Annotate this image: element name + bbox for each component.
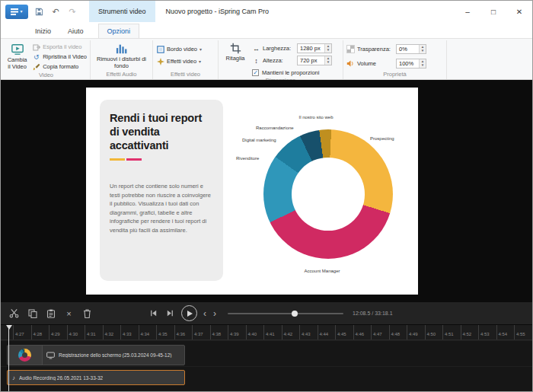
copy-icon [28, 309, 37, 318]
trash-button[interactable] [81, 308, 93, 319]
scissors-icon [9, 308, 19, 318]
copy-button[interactable] [27, 308, 38, 319]
ruler-tick: 4:31 [85, 325, 103, 339]
remove-noise-button[interactable]: Rimuovi i disturbi di fondo [97, 41, 147, 69]
chevron-down-icon: ▾ [199, 59, 201, 64]
playhead[interactable] [8, 325, 9, 391]
step-forward-button[interactable]: › [212, 309, 217, 318]
transparency-spinner[interactable]: ▲▼ [419, 45, 426, 53]
audio-clip-label: Audio Recording 26.05.2021 13-33-32 [19, 375, 103, 381]
height-field: ↕ Altezza: 720 px ▲▼ [252, 56, 332, 65]
slide-text-panel: Rendi i tuoi report di vendita accattiva… [100, 100, 223, 281]
step-back-button[interactable]: ‹ [203, 309, 207, 318]
ribbon-group-dimensione: Ritaglia ↔ Larghezza: 1280 px ▲▼ ↕ Altez… [219, 40, 343, 79]
minimize-button[interactable]: – [455, 1, 480, 22]
video-border-label: Bordo video [167, 46, 197, 53]
close-button[interactable]: ✕ [506, 1, 532, 22]
width-field: ↔ Larghezza: 1280 px ▲▼ [252, 43, 332, 53]
ruler-tick: 4:33 [120, 325, 139, 339]
spin-down-icon[interactable]: ▼ [325, 61, 331, 65]
cut-button[interactable] [8, 308, 20, 319]
chart-label: Account Manager [288, 269, 356, 273]
donut-chart: Il nostro sito web Prospecting Account M… [235, 88, 418, 295]
ruler-tick: 4:35 [156, 325, 174, 339]
copy-format-label: Copia formato [43, 63, 78, 70]
spin-down-icon[interactable]: ▼ [420, 64, 426, 69]
ribbon-group-video: Cambia il Video Esporta il video ↺ Ripri… [2, 40, 91, 79]
save-icon [35, 8, 43, 16]
video-border-icon [156, 45, 164, 53]
restore-video-button[interactable]: ↺ Ripristina il Video [32, 53, 87, 61]
transparency-input[interactable]: 0% ▲▼ [396, 44, 426, 54]
group-label-effetti-audio: Effetti Audio [94, 70, 149, 79]
tab-opzioni[interactable]: Opzioni [98, 24, 140, 38]
spin-down-icon[interactable]: ▼ [420, 49, 426, 54]
screen-recording-icon [46, 352, 55, 359]
undo-button[interactable]: ↶ [49, 5, 62, 18]
chart-label: Il nostro sito web [282, 115, 350, 120]
video-effects-label: Effetti video [167, 58, 196, 65]
ruler-tick: 4:46 [353, 325, 372, 339]
app-menu-button[interactable]: ▾ [5, 5, 28, 19]
change-video-label: Cambia il Video [5, 57, 29, 70]
height-icon: ↕ [252, 56, 260, 65]
spin-down-icon[interactable]: ▼ [325, 49, 331, 53]
play-icon [187, 311, 193, 317]
save-button[interactable] [33, 5, 45, 18]
crop-button[interactable]: Ritaglia [222, 41, 249, 62]
height-input[interactable]: 720 px ▲▼ [297, 56, 332, 65]
restore-video-icon: ↺ [32, 53, 40, 61]
ruler-tick: 4:44 [318, 325, 336, 339]
transparency-field: Trasparenza: 0% ▲▼ [346, 44, 426, 54]
checkbox-checked-icon: ✓ [252, 69, 259, 76]
audio-track-clip[interactable]: ♪ Audio Recording 26.05.2021 13-33-32 [7, 370, 185, 385]
video-canvas[interactable]: Rendi i tuoi report di vendita accattiva… [1, 80, 532, 302]
window-controls: – □ ✕ [455, 1, 532, 22]
contextual-tab-strumenti-video[interactable]: Strumenti video [89, 1, 155, 22]
remove-noise-label: Rimuovi i disturbi di fondo [97, 56, 147, 69]
ruler-tick: 4:53 [478, 325, 496, 339]
transport-controls: ‹ › [148, 305, 217, 321]
seek-track [228, 313, 343, 314]
video-track-clip[interactable]: Registrazione dello schermo (25.03.2024 … [7, 345, 185, 365]
volume-input[interactable]: 100% ▲▼ [396, 59, 426, 69]
paste-button[interactable] [45, 308, 56, 319]
group-label-video: Video [5, 71, 87, 80]
chevron-down-icon: ▾ [20, 9, 22, 14]
volume-spinner[interactable]: ▲▼ [419, 59, 426, 68]
change-video-button[interactable]: Cambia il Video [5, 41, 29, 70]
height-label: Altezza: [263, 57, 295, 64]
keep-proportions-checkbox[interactable]: ✓ Mantieni le proporzioni [252, 69, 332, 76]
height-spinner[interactable]: ▲▼ [324, 56, 331, 65]
export-video-label: Esporta il video [43, 43, 81, 50]
timeline-ruler[interactable]: 4:274:284:294:304:314:324:334:344:354:36… [1, 325, 532, 340]
delete-button[interactable]: × [63, 308, 75, 319]
chevron-left-icon: ‹ [203, 308, 206, 319]
crop-icon [230, 43, 241, 54]
maximize-button[interactable]: □ [480, 1, 506, 22]
undo-icon: ↶ [52, 7, 59, 17]
seek-handle[interactable] [292, 311, 298, 317]
ruler-tick: 4:29 [49, 325, 67, 339]
tab-aiuto[interactable]: Aiuto [59, 24, 92, 38]
ruler-tick: 4:36 [174, 325, 193, 339]
tab-inizio[interactable]: Inizio [27, 24, 59, 38]
width-input[interactable]: 1280 px ▲▼ [297, 43, 332, 53]
redo-button[interactable]: ↷ [66, 5, 78, 18]
copy-format-button[interactable]: Copia formato [32, 62, 87, 71]
seek-slider[interactable] [228, 308, 343, 319]
video-border-button[interactable]: Bordo video ▾ [156, 45, 202, 53]
ruler-tick: 4:37 [192, 325, 210, 339]
next-frame-button[interactable] [164, 308, 176, 319]
donut-ring [263, 129, 393, 259]
play-button[interactable] [181, 305, 197, 321]
width-spinner[interactable]: ▲▼ [324, 44, 331, 53]
slide-heading: Rendi i tuoi report di vendita accattiva… [110, 112, 213, 153]
audio-icon: ♪ [12, 374, 15, 381]
ruler-tick: 4:38 [210, 325, 228, 339]
redo-icon: ↷ [69, 7, 75, 17]
ruler-tick: 4:56 [532, 325, 533, 339]
previous-frame-button[interactable] [148, 308, 159, 319]
export-video-button[interactable]: Esporta il video [32, 43, 87, 51]
video-effects-button[interactable]: Effetti video ▾ [156, 57, 202, 65]
